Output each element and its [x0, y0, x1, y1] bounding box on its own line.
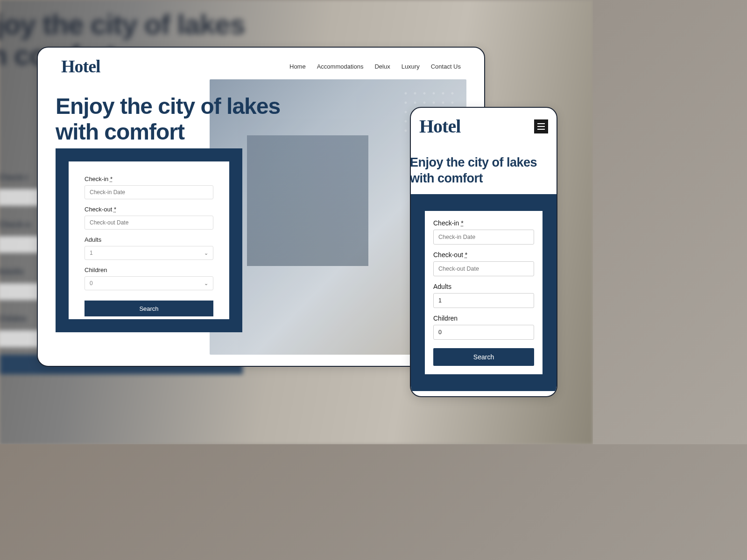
adults-input[interactable]: [433, 293, 534, 308]
mobile-preview: Hotel Enjoy the city of lakes with comfo…: [410, 107, 557, 397]
children-select[interactable]: 0 ⌄: [85, 276, 213, 290]
checkout-field: Check-out *: [433, 251, 534, 276]
checkout-input[interactable]: [85, 216, 213, 230]
background-form-blur: Check-i Check-o Adults Childre: [0, 159, 40, 347]
mobile-header: Hotel: [411, 108, 557, 137]
checkin-input[interactable]: [433, 230, 534, 245]
checkout-label: Check-out *: [433, 251, 534, 259]
nav-accommodations[interactable]: Accommodations: [317, 63, 364, 70]
checkout-input[interactable]: [433, 261, 534, 276]
checkout-label: Check-out *: [85, 206, 213, 213]
checkin-input[interactable]: [85, 185, 213, 199]
children-label: Children: [85, 266, 213, 273]
checkin-label: Check-in *: [85, 175, 213, 182]
logo[interactable]: Hotel: [419, 115, 460, 137]
checkin-field: Check-in *: [433, 219, 534, 245]
booking-form-container: Check-in * Check-out * Adults 1 ⌄ Childr…: [56, 148, 242, 332]
search-button[interactable]: Search: [85, 301, 213, 316]
children-field: Children: [433, 315, 534, 340]
logo[interactable]: Hotel: [61, 56, 100, 77]
booking-form: Check-in * Check-out * Adults Children S…: [425, 211, 543, 374]
nav-contact[interactable]: Contact Us: [431, 63, 461, 70]
adults-label: Adults: [433, 283, 534, 290]
main-nav: Home Accommodations Delux Luxury Contact…: [289, 63, 461, 70]
checkout-field: Check-out *: [85, 206, 213, 230]
hero-title: Enjoy the city of lakes with comfort: [56, 93, 280, 145]
adults-label: Adults: [85, 236, 213, 243]
children-input[interactable]: [433, 325, 534, 340]
nav-luxury[interactable]: Luxury: [402, 63, 420, 70]
mobile-footer-text: Fugiat nulla began as: [411, 391, 557, 398]
booking-form: Check-in * Check-out * Adults 1 ⌄ Childr…: [69, 161, 229, 319]
children-label: Children: [433, 315, 534, 322]
chevron-down-icon: ⌄: [204, 250, 208, 256]
adults-select[interactable]: 1 ⌄: [85, 246, 213, 260]
hamburger-icon: [537, 123, 545, 124]
nav-home[interactable]: Home: [289, 63, 306, 70]
chevron-down-icon: ⌄: [204, 280, 208, 287]
desktop-header: Hotel Home Accommodations Delux Luxury C…: [38, 48, 484, 77]
children-field: Children 0 ⌄: [85, 266, 213, 290]
checkin-label: Check-in *: [433, 219, 534, 227]
hero-title: Enjoy the city of lakes with comfort: [410, 137, 557, 194]
booking-form-container: Check-in * Check-out * Adults Children S…: [410, 194, 557, 391]
nav-delux[interactable]: Delux: [374, 63, 390, 70]
hamburger-menu-button[interactable]: [534, 119, 548, 133]
checkin-field: Check-in *: [85, 175, 213, 199]
search-button[interactable]: Search: [433, 348, 534, 366]
adults-field: Adults: [433, 283, 534, 308]
adults-field: Adults 1 ⌄: [85, 236, 213, 260]
